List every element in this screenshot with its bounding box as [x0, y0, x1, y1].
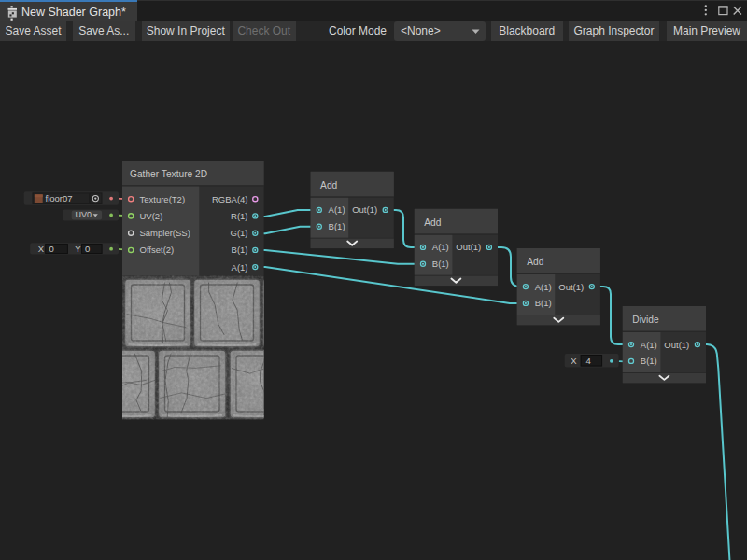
svg-text:Texture(T2): Texture(T2): [140, 194, 186, 204]
svg-text:A(1): A(1): [641, 340, 657, 350]
svg-text:B(1): B(1): [232, 245, 248, 255]
svg-text:B(1): B(1): [641, 356, 657, 366]
svg-text:B(1): B(1): [432, 259, 449, 269]
svg-text:UV(2): UV(2): [140, 211, 163, 221]
svg-text:Out(1): Out(1): [664, 340, 689, 350]
svg-text:A(1): A(1): [329, 204, 345, 215]
svg-text:Out(1): Out(1): [558, 282, 584, 292]
svg-text:A(1): A(1): [432, 242, 449, 252]
svg-text:RGBA(4): RGBA(4): [212, 194, 248, 204]
svg-text:X: X: [571, 356, 577, 366]
svg-text:X: X: [38, 244, 45, 254]
svg-text:G(1): G(1): [231, 228, 248, 238]
svg-text:floor07: floor07: [46, 193, 73, 203]
svg-text:Add: Add: [424, 217, 441, 228]
svg-text:Offset(2): Offset(2): [140, 245, 175, 255]
svg-text:B(1): B(1): [535, 298, 552, 308]
svg-text:B(1): B(1): [329, 221, 345, 231]
svg-text:4: 4: [586, 356, 591, 366]
svg-text:Y: Y: [75, 244, 81, 254]
svg-text:Divide: Divide: [632, 315, 659, 325]
svg-text:Out(1): Out(1): [352, 204, 377, 215]
svg-text:Add: Add: [320, 180, 337, 190]
svg-text:Add: Add: [527, 257, 543, 267]
svg-text:Gather Texture 2D: Gather Texture 2D: [130, 169, 207, 179]
svg-text:0: 0: [49, 244, 54, 254]
svg-text:Out(1): Out(1): [456, 242, 481, 252]
svg-text:A(1): A(1): [232, 262, 248, 273]
svg-text:R(1): R(1): [231, 211, 247, 221]
svg-text:A(1): A(1): [535, 282, 552, 292]
svg-text:Sampler(SS): Sampler(SS): [140, 228, 190, 238]
svg-text:UV0: UV0: [76, 210, 92, 219]
svg-text:0: 0: [85, 244, 90, 254]
